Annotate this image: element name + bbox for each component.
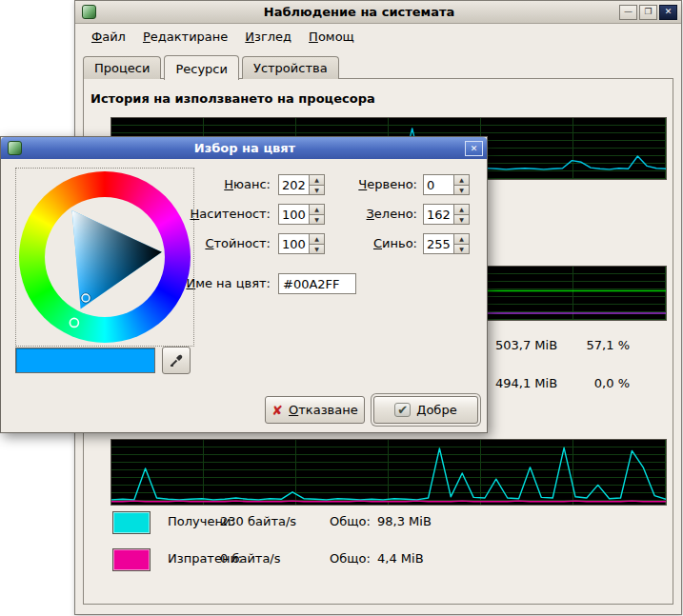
- red-label: Червено:: [315, 174, 417, 195]
- blue-down-icon[interactable]: ▼: [453, 245, 470, 255]
- color-preview: [15, 348, 155, 373]
- system-monitor-icon: [82, 5, 96, 19]
- ok-button[interactable]: ✔ Добре: [373, 396, 478, 424]
- green-down-icon[interactable]: ▼: [453, 215, 470, 226]
- sent-total: 4,4 MiB: [377, 551, 424, 566]
- close-button[interactable]: ✕: [659, 5, 677, 20]
- memory-used-value: 503,7 MiB: [495, 338, 557, 352]
- color-name-label: Име на цвят:: [87, 273, 271, 294]
- sent-rate: 0 байта/s: [220, 551, 281, 566]
- green-up-icon[interactable]: ▲: [453, 204, 470, 215]
- blue-up-icon[interactable]: ▲: [453, 233, 470, 245]
- blue-input[interactable]: [423, 233, 453, 254]
- cpu-history-heading: История на използването на процесора: [90, 91, 375, 106]
- network-received-row: Получени: 230 байта/s Общо: 98,3 MiB: [84, 511, 673, 534]
- network-history-chart: [110, 439, 667, 506]
- desktop: Наблюдение на системата — ❐ ✕ Файл Редак…: [0, 0, 683, 616]
- hsv-triangle[interactable]: [19, 171, 191, 343]
- tab-processes[interactable]: Процеси: [83, 56, 161, 79]
- value-input[interactable]: [278, 233, 309, 254]
- network-chart-lines: [111, 440, 666, 505]
- main-titlebar[interactable]: Наблюдение на системата — ❐ ✕: [75, 1, 681, 24]
- color-name-input[interactable]: [278, 273, 356, 294]
- received-total-label: Общо:: [330, 514, 371, 528]
- red-down-icon[interactable]: ▼: [453, 186, 470, 196]
- menu-file[interactable]: Файл: [83, 26, 134, 48]
- cancel-button[interactable]: ✘ Отказване: [265, 396, 365, 424]
- dialog-title: Избор на цвят: [25, 141, 465, 155]
- menubar: Файл Редактиране Изглед Помощ: [75, 24, 681, 50]
- tab-bar: Процеси Ресурси Устройства: [83, 52, 342, 79]
- cancel-x-icon: ✘: [271, 404, 283, 417]
- dialog-body: Нюанс: ▲▼ Червено: ▲▼ Наситеност: ▲▼ Зел…: [1, 159, 487, 432]
- red-input[interactable]: [423, 174, 453, 195]
- ok-button-label: Добре: [416, 403, 456, 417]
- menu-edit[interactable]: Редактиране: [134, 26, 236, 48]
- swap-used-percent: 0,0 %: [565, 376, 630, 390]
- main-window-title: Наблюдение на системата: [99, 5, 619, 19]
- color-picker-dialog: Избор на цвят ✕: [0, 136, 488, 433]
- memory-used-percent: 57,1 %: [565, 338, 630, 352]
- minimize-button[interactable]: —: [619, 5, 637, 20]
- network-sent-row: Изпратени: 0 байта/s Общо: 4,4 MiB: [84, 548, 673, 571]
- tab-resources[interactable]: Ресурси: [164, 55, 239, 80]
- saturation-label: Наситеност:: [87, 204, 271, 225]
- menu-help[interactable]: Помощ: [300, 26, 363, 48]
- received-total: 98,3 MiB: [377, 514, 432, 528]
- tab-devices[interactable]: Устройства: [242, 56, 339, 79]
- green-label: Зелено:: [315, 204, 417, 225]
- saturation-input[interactable]: [278, 204, 309, 225]
- green-input[interactable]: [423, 204, 453, 225]
- sent-color-swatch[interactable]: [112, 548, 151, 571]
- swap-used-value: 494,1 MiB: [495, 376, 557, 390]
- hue-input[interactable]: [278, 174, 309, 195]
- value-label: Стойност:: [87, 233, 271, 254]
- blue-label: Синьо:: [315, 233, 417, 254]
- red-spinner: ▲▼: [423, 174, 470, 195]
- color-wheel[interactable]: [19, 171, 191, 343]
- dialog-titlebar[interactable]: Избор на цвят ✕: [1, 137, 487, 159]
- eyedropper-icon: [169, 353, 184, 368]
- cancel-button-label: Отказване: [289, 403, 358, 417]
- sent-total-label: Общо:: [330, 551, 371, 566]
- maximize-button[interactable]: ❐: [639, 5, 657, 20]
- red-up-icon[interactable]: ▲: [453, 174, 470, 186]
- window-controls: — ❐ ✕: [619, 5, 677, 20]
- received-color-swatch[interactable]: [112, 511, 151, 534]
- ok-check-icon: ✔: [394, 403, 411, 417]
- eyedropper-button[interactable]: [162, 347, 191, 374]
- dialog-close-button[interactable]: ✕: [465, 141, 483, 156]
- received-rate: 230 байта/s: [220, 514, 296, 528]
- hue-label: Нюанс:: [87, 174, 271, 195]
- green-spinner: ▲▼: [423, 204, 470, 225]
- dialog-app-icon: [8, 141, 22, 155]
- blue-spinner: ▲▼: [423, 233, 470, 254]
- hue-ring-knob[interactable]: [70, 318, 78, 327]
- menu-view[interactable]: Изглед: [236, 26, 300, 48]
